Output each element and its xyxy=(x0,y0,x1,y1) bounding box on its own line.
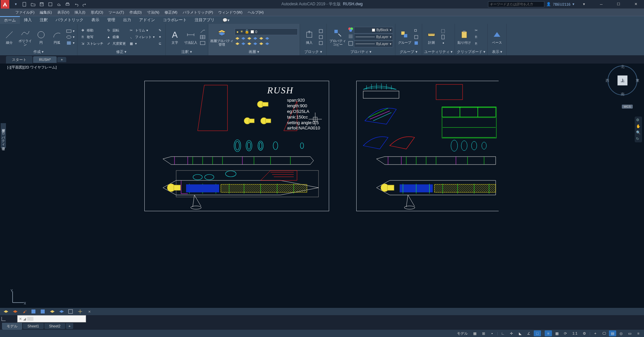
open-icon[interactable] xyxy=(30,2,36,7)
undo-icon[interactable] xyxy=(74,2,79,7)
menu-insert[interactable]: 挿入(I) xyxy=(72,10,88,15)
redo-icon[interactable] xyxy=(82,2,87,7)
iso-icon[interactable]: ◣ xyxy=(517,330,524,336)
help-icon[interactable]: ▾ xyxy=(576,0,592,9)
qat-dropdown-icon[interactable]: ▾ xyxy=(13,2,19,7)
viewcube[interactable]: 上 北 南 東 西 xyxy=(608,66,637,95)
isolate-icon[interactable]: ◎ xyxy=(618,330,625,336)
print-icon[interactable] xyxy=(65,2,70,7)
hatch-icon[interactable]: ▾ xyxy=(66,40,75,46)
tab-output[interactable]: 出力 xyxy=(119,16,135,24)
block-edit-icon[interactable] xyxy=(318,34,324,40)
layer-lock-icon[interactable] xyxy=(253,36,258,40)
rotate-button[interactable]: ↻回転 xyxy=(105,27,126,33)
copy-clip-icon[interactable]: ⎘ xyxy=(473,34,479,40)
menu-format[interactable]: 形式(O) xyxy=(88,10,106,15)
polar-icon[interactable]: ✛ xyxy=(508,330,515,336)
polyline-button[interactable]: ポリライン xyxy=(18,28,32,46)
viewcube-s[interactable]: 南 xyxy=(621,92,624,97)
menu-window[interactable]: ウィンドウ(W) xyxy=(216,10,245,15)
text-button[interactable]: A文字 xyxy=(168,29,182,44)
tab-view[interactable]: 表示 xyxy=(87,16,103,24)
stretch-button[interactable]: ⇲ストレッチ xyxy=(79,41,104,47)
tab-start[interactable]: スタート xyxy=(6,56,32,64)
layer-freeze-icon[interactable] xyxy=(247,36,252,40)
dropdown-icon[interactable]: ▾ xyxy=(572,2,574,6)
array-button[interactable]: ▦▾ xyxy=(128,41,155,47)
plus-icon[interactable]: + xyxy=(592,330,599,336)
tab-model[interactable]: モデル xyxy=(2,323,22,330)
new-icon[interactable] xyxy=(22,2,27,7)
tab-addin[interactable]: アドイン xyxy=(135,16,159,24)
matchprop-button[interactable]: プロパティ コピー xyxy=(329,28,347,46)
saveas-icon[interactable] xyxy=(48,2,53,7)
menu-draw[interactable]: 作成(D) xyxy=(127,10,144,15)
color-dropdown[interactable]: ByBlock▾ xyxy=(354,27,393,33)
drawing-viewport[interactable]: [-][平面図][2D ワイヤフレーム] 画層プロパティ管理 上 北 南 東 西… xyxy=(0,64,644,308)
status-scale[interactable]: 1:1 xyxy=(570,331,579,335)
tab-manage[interactable]: 管理 xyxy=(103,16,119,24)
measure-button[interactable]: 計測 xyxy=(424,29,439,44)
menu-edit[interactable]: 編集(E) xyxy=(37,10,55,15)
prop-lw-icon[interactable] xyxy=(348,34,353,39)
layer-b-icon[interactable] xyxy=(241,41,246,46)
ellipse-icon[interactable]: ▾ xyxy=(66,34,75,40)
circle-button[interactable]: 円 xyxy=(34,29,48,44)
group-sel-icon[interactable] xyxy=(413,40,420,46)
status-model[interactable]: モデル xyxy=(455,331,470,336)
cloud-anno-icon[interactable] xyxy=(199,40,206,46)
line-button[interactable]: 線分 xyxy=(2,29,17,44)
lweight-toggle-icon[interactable]: ≡ xyxy=(545,330,552,336)
grid-icon[interactable]: ▦ xyxy=(471,330,478,336)
group-button[interactable]: グループ xyxy=(397,29,412,44)
menu-view[interactable]: 表示(V) xyxy=(55,10,72,15)
tab-add-icon[interactable]: + xyxy=(57,57,66,62)
layer-f-icon[interactable] xyxy=(265,41,270,46)
select-icon[interactable] xyxy=(440,28,447,34)
otrack-icon[interactable]: ∠ xyxy=(525,330,532,336)
nav-zoom-icon[interactable]: 🔍 xyxy=(636,130,641,135)
clean-icon[interactable]: ▭ xyxy=(626,330,633,336)
leader-icon[interactable] xyxy=(199,28,206,34)
command-line[interactable]: ✕ ◢ >_ xyxy=(17,315,86,322)
tab-extra-icon[interactable]: 💬▾ xyxy=(219,16,233,24)
nav-orbit-icon[interactable]: ↻ xyxy=(636,137,641,141)
transparency-icon[interactable]: ▩ xyxy=(553,330,561,336)
cmd-close-icon[interactable]: ✕ xyxy=(19,317,22,321)
tab-featured[interactable]: 注目アプリ xyxy=(191,16,219,24)
bt-tool-f-icon[interactable] xyxy=(77,309,83,314)
tab-sheet1[interactable]: Sheet1 xyxy=(23,323,44,329)
coord-icon[interactable] xyxy=(1,316,6,321)
point-icon[interactable] xyxy=(440,40,447,46)
gear-icon[interactable]: ⚙ xyxy=(581,330,588,336)
menu-dim[interactable]: 寸法(N) xyxy=(144,10,162,15)
prop-lt-icon[interactable] xyxy=(348,41,353,46)
dot-icon[interactable]: • xyxy=(488,330,496,336)
menu-file[interactable]: ファイル(F) xyxy=(13,10,37,15)
ortho-icon[interactable]: ∟ xyxy=(499,330,507,336)
calc-icon[interactable] xyxy=(440,34,447,40)
layer-dropdown[interactable]: ● ☀ 🔓 0 xyxy=(235,28,298,35)
close-button[interactable]: ✕ xyxy=(628,0,643,9)
user-link[interactable]: 7BEU2116 xyxy=(553,2,570,6)
cycle-icon[interactable]: ⟳ xyxy=(562,330,569,336)
tab-add-sheet-icon[interactable]: + xyxy=(66,323,73,329)
cloud-icon[interactable] xyxy=(56,2,62,7)
menu-help[interactable]: ヘルプ(H) xyxy=(245,10,266,15)
copy-button[interactable]: ⎘複写 xyxy=(79,34,104,40)
bt-tool-b-icon[interactable] xyxy=(40,309,46,314)
layer-d-icon[interactable] xyxy=(253,41,258,46)
block-attr-icon[interactable] xyxy=(318,40,324,46)
bt-tool-a-icon[interactable] xyxy=(30,309,37,314)
copybase-icon[interactable]: ⎘ xyxy=(473,41,479,47)
menu-tool[interactable]: ツール(T) xyxy=(106,10,127,15)
custom-icon[interactable]: ≡ xyxy=(635,330,642,336)
viewport-label[interactable]: [-][平面図][2D ワイヤフレーム] xyxy=(7,65,57,70)
ungroup-icon[interactable] xyxy=(413,28,420,34)
snap-icon[interactable]: ⊞ xyxy=(480,330,487,336)
layer-tool-icon[interactable] xyxy=(235,36,240,40)
osnap-icon[interactable]: □ xyxy=(534,330,541,336)
scale-button[interactable]: ⤢尺度変更 xyxy=(105,41,126,47)
menu-modify[interactable]: 修正(M) xyxy=(162,10,180,15)
explode-icon[interactable]: ✦ xyxy=(157,34,163,40)
